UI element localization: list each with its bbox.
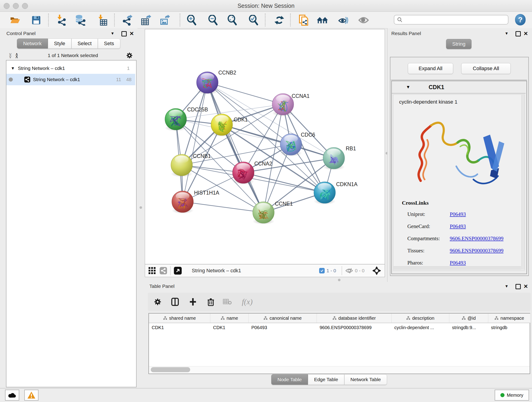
tab-edge-table[interactable]: Edge Table — [308, 374, 344, 385]
network-current-dot — [9, 77, 13, 82]
import-network-database-button[interactable] — [74, 14, 86, 26]
collapse-all-icon[interactable]: ∨∨ — [7, 53, 13, 58]
export-image-button[interactable] — [159, 14, 171, 26]
memory-button[interactable]: Memory — [495, 390, 529, 401]
gene-description: cyclin-dependent kinase 1 — [399, 99, 457, 105]
network-graph[interactable]: CCNB2CCNA1CDC25BCDK1CDC6RB1CCNB1CCNA2CDK… — [145, 29, 385, 264]
network-view-icon[interactable] — [160, 267, 167, 274]
gene-header-row[interactable]: ▼ CDK1 — [392, 81, 526, 94]
crosslink-pharos-link[interactable]: P06493 — [450, 260, 466, 266]
network-row-selected[interactable]: String Network – cdk1 11 48 — [6, 74, 135, 85]
table-panel-close-icon[interactable]: × — [524, 284, 528, 288]
table-cell[interactable]: P06493 — [249, 323, 317, 332]
expand-all-icon[interactable]: ∧∧ — [13, 53, 20, 58]
new-network-from-selection-button[interactable] — [298, 14, 310, 26]
column-header-canonical-name[interactable]: canonical name — [249, 313, 317, 323]
left-splitter-handle[interactable] — [139, 206, 142, 209]
column-header-name[interactable]: name — [210, 313, 249, 323]
table-cell[interactable]: CDK1 — [149, 323, 210, 332]
network-selection-status: 1 of 1 Network selected — [20, 53, 126, 58]
export-network-button[interactable] — [121, 14, 133, 26]
search-input[interactable] — [403, 17, 502, 23]
create-column-button[interactable] — [187, 296, 199, 307]
table-cell[interactable]: CDK1 — [210, 323, 249, 332]
crosslink-genecard-link[interactable]: P06493 — [450, 223, 466, 230]
crosslink-tissues-link[interactable]: 9606.ENSP00000378699 — [450, 248, 504, 254]
import-network-file-button[interactable] — [56, 14, 67, 26]
cloud-status-button[interactable] — [5, 390, 19, 401]
detach-view-icon[interactable] — [174, 267, 182, 274]
save-session-button[interactable] — [30, 14, 42, 26]
show-all-button[interactable] — [358, 14, 370, 26]
tab-select[interactable]: Select — [71, 38, 98, 49]
grid-view-icon[interactable] — [148, 267, 156, 274]
tab-network-table[interactable]: Network Table — [344, 374, 387, 385]
crosslink-uniprot-link[interactable]: P06493 — [450, 211, 466, 217]
network-options-gear-icon[interactable] — [126, 52, 133, 59]
delete-column-button[interactable] — [205, 296, 217, 307]
tab-network[interactable]: Network — [17, 38, 48, 49]
open-session-button[interactable] — [9, 14, 21, 26]
control-panel-close-icon[interactable]: × — [130, 31, 134, 36]
tab-sets[interactable]: Sets — [98, 38, 120, 49]
gene-expander-icon[interactable]: ▼ — [406, 85, 410, 89]
export-table-button[interactable] — [140, 14, 152, 26]
column-header-description[interactable]: description — [392, 313, 449, 323]
column-header-database-identifier[interactable]: database identifier — [317, 313, 392, 323]
delete-table-button[interactable] — [221, 296, 233, 307]
bottom-splitter-handle[interactable] — [338, 279, 341, 281]
table-horizontal-scrollbar[interactable] — [149, 366, 530, 373]
table-cell[interactable]: stringdb:9... — [449, 323, 488, 332]
table-panel-title: Table Panel — [149, 283, 175, 289]
zoom-out-button[interactable] — [207, 14, 219, 26]
column-sort-icon — [332, 316, 336, 320]
results-panel-close-icon[interactable]: × — [524, 31, 528, 36]
table-panel-float-icon[interactable] — [515, 284, 521, 289]
hide-selected-button[interactable] — [337, 14, 349, 26]
control-panel-menu-icon[interactable]: ▾ — [111, 31, 114, 36]
results-vertical-scrollbar[interactable] — [521, 95, 525, 269]
birds-eye-toggle-icon[interactable] — [372, 266, 381, 275]
table-cell[interactable]: 9606.ENSP00000378699 — [317, 323, 392, 332]
table-cell[interactable]: stringdb — [488, 323, 531, 332]
show-columns-button[interactable] — [169, 296, 181, 307]
string-home-button[interactable] — [317, 14, 328, 26]
crosslink-label: Compartments: — [407, 236, 440, 242]
selected-checkbox-icon[interactable] — [319, 268, 325, 274]
zoom-fit-button[interactable] — [226, 14, 238, 26]
collection-expander-icon[interactable]: ▼ — [8, 66, 18, 71]
table-scrollbar-thumb[interactable] — [151, 367, 190, 372]
zoom-in-icon — [187, 15, 197, 26]
toolbar-search[interactable] — [394, 15, 508, 25]
function-builder-button[interactable]: f(x) — [238, 296, 256, 307]
memory-status-dot — [500, 393, 505, 397]
control-panel-float-icon[interactable] — [121, 31, 127, 36]
help-button[interactable]: ? — [515, 14, 526, 26]
window-title: Session: New Session — [0, 0, 532, 12]
results-panel-menu-icon[interactable]: ▾ — [505, 31, 508, 36]
table-cell[interactable]: cyclin-dependent ... — [392, 323, 449, 332]
refresh-button[interactable] — [273, 14, 285, 26]
column-header-namespace[interactable]: namespace — [488, 313, 531, 323]
tab-string[interactable]: String — [446, 39, 472, 49]
node-table-row[interactable]: CDK1CDK1P064939606.ENSP00000378699cyclin… — [149, 323, 531, 332]
tab-node-table[interactable]: Node Table — [271, 374, 308, 385]
expand-all-button[interactable]: Expand All — [408, 63, 453, 74]
table-panel-menu-icon[interactable]: ▾ — [505, 283, 508, 289]
table-settings-button[interactable] — [152, 296, 164, 307]
collapse-all-button[interactable]: Collapse All — [461, 63, 511, 74]
warnings-button[interactable] — [24, 390, 38, 401]
zoom-selected-button[interactable] — [248, 14, 260, 26]
column-sort-icon — [163, 316, 167, 320]
plus-icon — [189, 298, 196, 306]
results-panel-float-icon[interactable] — [515, 31, 521, 36]
import-table-file-button[interactable] — [97, 14, 109, 26]
column-header--id[interactable]: @id — [449, 313, 488, 323]
network-collection-row[interactable]: ▼ String Network – cdk1 1 — [8, 63, 134, 73]
zoom-in-button[interactable] — [186, 14, 198, 26]
zoom-selected-icon — [249, 15, 259, 26]
tab-style[interactable]: Style — [48, 38, 71, 49]
results-horizontal-scrollbar[interactable] — [394, 266, 521, 270]
crosslink-compartments-link[interactable]: 9606.ENSP00000378699 — [450, 236, 504, 242]
column-header-shared-name[interactable]: shared name — [149, 313, 210, 323]
